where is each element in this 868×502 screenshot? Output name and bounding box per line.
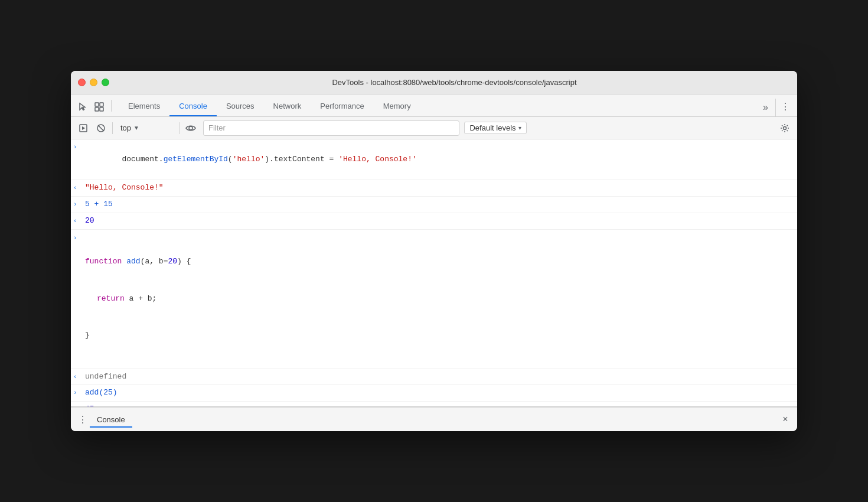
cursor-icon[interactable] xyxy=(76,100,90,114)
svg-rect-1 xyxy=(100,103,103,106)
context-arrow: ▼ xyxy=(133,125,139,131)
dock-tab-label: Console xyxy=(97,415,125,424)
filter-input[interactable] xyxy=(203,120,459,136)
output-arrow-6: ‹ xyxy=(73,371,83,383)
run-script-button[interactable] xyxy=(76,120,91,136)
tab-performance[interactable]: Performance xyxy=(311,97,373,116)
levels-arrow: ▾ xyxy=(518,125,521,131)
entry-content-5: function add(a, b=20) { return a + b; } xyxy=(85,232,792,367)
input-arrow-5: › xyxy=(73,232,83,244)
function-line-1: function add(a, b=20) { xyxy=(85,256,792,268)
svg-rect-2 xyxy=(95,107,99,111)
clear-console-button[interactable] xyxy=(93,120,109,136)
output-arrow-2: ‹ xyxy=(73,182,83,194)
entry-content-7: add(25) xyxy=(85,387,792,399)
console-output[interactable]: › document.getElementById('hello').textC… xyxy=(71,139,797,406)
devtools-window: DevTools - localhost:8080/web/tools/chro… xyxy=(71,71,797,431)
tab-icons xyxy=(76,100,114,116)
toolbar-divider-1 xyxy=(112,122,113,134)
output-arrow-4: ‹ xyxy=(73,215,83,227)
devtools-menu-button[interactable]: ⋮ xyxy=(778,99,792,116)
svg-point-8 xyxy=(189,126,192,130)
console-entry-3: › 5 + 15 xyxy=(71,197,797,213)
function-line-2: return a + b; xyxy=(85,293,792,305)
settings-button[interactable] xyxy=(777,120,792,136)
dock-close-button[interactable]: × xyxy=(778,412,792,426)
tabs-bar: Elements Console Sources Network Perform… xyxy=(71,94,797,117)
svg-line-7 xyxy=(98,125,104,131)
entry-content-4: 20 xyxy=(85,215,792,227)
maximize-button[interactable] xyxy=(102,79,109,86)
tab-elements[interactable]: Elements xyxy=(119,97,169,116)
log-levels-dropdown[interactable]: Default levels ▾ xyxy=(464,122,526,134)
entry-content-3: 5 + 15 xyxy=(85,198,792,211)
context-label: top xyxy=(120,123,131,132)
dock-bar: ⋮ Console × xyxy=(71,406,797,431)
levels-label: Default levels xyxy=(469,123,515,132)
dock-menu-button[interactable]: ⋮ xyxy=(76,412,90,426)
console-entry-8: ‹ 45 xyxy=(71,402,797,406)
entry-content-6: undefined xyxy=(85,371,792,383)
svg-rect-0 xyxy=(95,103,99,106)
svg-rect-3 xyxy=(100,107,103,111)
input-arrow-1: › xyxy=(73,141,83,153)
console-entry-4: ‹ 20 xyxy=(71,213,797,230)
toolbar-divider-2 xyxy=(179,122,180,134)
close-button[interactable] xyxy=(78,79,86,86)
entry-content-2: "Hello, Console!" xyxy=(85,182,792,194)
console-entry-1: › document.getElementById('hello').textC… xyxy=(71,139,797,180)
minimize-button[interactable] xyxy=(90,79,97,86)
tab-network[interactable]: Network xyxy=(264,97,311,116)
tab-console[interactable]: Console xyxy=(169,97,217,116)
function-line-3: } xyxy=(85,330,792,342)
console-toolbar: top ▼ Default levels ▾ xyxy=(71,117,797,139)
context-selector[interactable]: top ▼ xyxy=(116,122,175,134)
live-expressions-button[interactable] xyxy=(183,120,198,136)
inspect-icon[interactable] xyxy=(92,100,106,114)
svg-marker-5 xyxy=(82,126,85,130)
svg-point-9 xyxy=(784,126,787,129)
console-entry-5: › function add(a, b=20) { return a + b; … xyxy=(71,230,797,369)
dock-console-tab[interactable]: Console xyxy=(90,413,132,428)
tab-icon-divider xyxy=(111,100,112,112)
tab-sources[interactable]: Sources xyxy=(217,97,264,116)
tab-memory[interactable]: Memory xyxy=(374,97,420,116)
console-entry-7: › add(25) xyxy=(71,385,797,402)
title-bar: DevTools - localhost:8080/web/tools/chro… xyxy=(71,71,797,94)
console-entry-2: ‹ "Hello, Console!" xyxy=(71,180,797,197)
console-entry-6: ‹ undefined xyxy=(71,369,797,386)
entry-content-1: document.getElementById('hello').textCon… xyxy=(85,141,792,178)
window-title: DevTools - localhost:8080/web/tools/chro… xyxy=(119,78,790,87)
traffic-lights xyxy=(78,79,109,86)
tab-end-divider xyxy=(775,99,776,116)
more-tabs-button[interactable]: » xyxy=(758,102,773,116)
input-arrow-7: › xyxy=(73,387,83,399)
input-arrow-3: › xyxy=(73,198,83,210)
